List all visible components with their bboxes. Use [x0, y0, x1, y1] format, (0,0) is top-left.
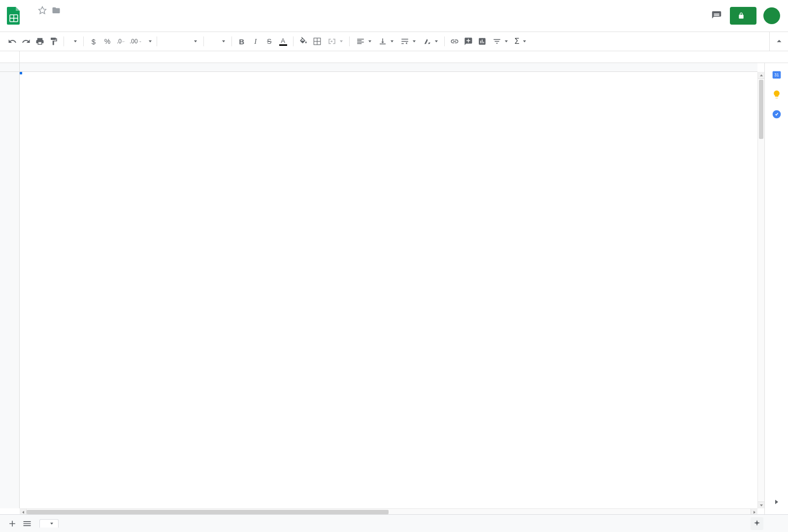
explore-icon[interactable]: [751, 517, 763, 530]
decrease-decimal-icon[interactable]: .0←: [115, 35, 128, 48]
sheet-tab[interactable]: [39, 519, 59, 528]
menu-insert[interactable]: [48, 23, 55, 25]
toolbar: $ % .0← .00→ B I S A Σ: [0, 32, 769, 51]
add-sheet-icon[interactable]: [5, 516, 20, 531]
column-headers: [20, 63, 757, 72]
svg-marker-3: [39, 7, 46, 14]
fill-color-icon[interactable]: [297, 35, 310, 48]
scroll-down-icon[interactable]: [758, 501, 764, 508]
print-icon[interactable]: [33, 35, 46, 48]
zoom-dropdown[interactable]: [67, 35, 80, 48]
side-panel-toggle-icon[interactable]: [772, 498, 782, 507]
collapse-toolbar-icon[interactable]: [769, 32, 788, 51]
undo-icon[interactable]: [6, 35, 19, 48]
menu-format[interactable]: [55, 23, 62, 25]
side-panel: 31: [764, 63, 788, 515]
header-right: [710, 7, 780, 25]
percent-icon[interactable]: %: [101, 35, 114, 48]
svg-text:31: 31: [774, 72, 779, 77]
valign-dropdown[interactable]: [375, 35, 396, 48]
all-sheets-icon[interactable]: [20, 516, 34, 531]
tasks-addon-icon[interactable]: [772, 109, 782, 119]
redo-icon[interactable]: [20, 35, 33, 48]
bold-icon[interactable]: B: [235, 35, 248, 48]
italic-icon[interactable]: I: [249, 35, 262, 48]
menu-view[interactable]: [41, 23, 48, 25]
rotate-dropdown[interactable]: [420, 35, 441, 48]
share-button[interactable]: [730, 7, 756, 25]
halign-dropdown[interactable]: [353, 35, 374, 48]
formula-bar: [0, 51, 788, 63]
formula-input[interactable]: [20, 53, 788, 61]
select-all-corner[interactable]: [0, 63, 20, 72]
chart-icon[interactable]: [476, 35, 489, 48]
functions-dropdown[interactable]: Σ: [512, 35, 529, 48]
menu-file[interactable]: [28, 23, 34, 25]
currency-icon[interactable]: $: [87, 35, 100, 48]
font-family-dropdown[interactable]: [161, 35, 200, 48]
link-icon[interactable]: [448, 35, 461, 48]
wrap-dropdown[interactable]: [397, 35, 419, 48]
menu-bar: [28, 18, 710, 30]
lock-icon: [738, 12, 745, 19]
comment-icon[interactable]: [462, 35, 475, 48]
app-header: [0, 0, 788, 32]
menu-help[interactable]: [83, 23, 90, 25]
font-size-dropdown[interactable]: [207, 35, 228, 48]
title-area: [28, 4, 710, 30]
menu-data[interactable]: [62, 23, 69, 25]
menu-addons[interactable]: [76, 23, 83, 25]
calendar-addon-icon[interactable]: 31: [772, 70, 782, 80]
vscroll-thumb[interactable]: [759, 80, 763, 139]
strikethrough-icon[interactable]: S: [263, 35, 276, 48]
row-headers: [0, 72, 20, 508]
move-folder-icon[interactable]: [51, 5, 61, 15]
scroll-up-icon[interactable]: [758, 72, 764, 79]
filter-dropdown[interactable]: [490, 35, 511, 48]
toolbar-wrap: $ % .0← .00→ B I S A Σ: [0, 32, 788, 51]
user-avatar[interactable]: [763, 7, 780, 24]
star-icon[interactable]: [37, 5, 47, 15]
merge-dropdown[interactable]: [325, 35, 346, 48]
borders-icon[interactable]: [311, 35, 324, 48]
cell-grid[interactable]: [20, 72, 757, 508]
menu-edit[interactable]: [34, 23, 41, 25]
vertical-scrollbar[interactable]: [757, 72, 764, 508]
active-cell-outline: [20, 72, 22, 74]
sheet-area: [0, 63, 764, 515]
main-area: 31: [0, 63, 788, 515]
keep-addon-icon[interactable]: [772, 90, 782, 100]
increase-decimal-icon[interactable]: .00→: [129, 35, 143, 48]
fx-label: [0, 51, 20, 63]
doc-title[interactable]: [28, 9, 33, 11]
text-color-icon[interactable]: A: [277, 35, 290, 48]
sheet-tabs-footer: [0, 514, 788, 532]
sheet-tab-menu-icon[interactable]: [50, 523, 53, 525]
menu-tools[interactable]: [69, 23, 76, 25]
comments-icon[interactable]: [710, 9, 723, 22]
sheets-logo[interactable]: [4, 6, 24, 26]
format-number-dropdown[interactable]: [144, 35, 153, 48]
paint-format-icon[interactable]: [47, 35, 60, 48]
hscroll-thumb[interactable]: [27, 510, 389, 514]
